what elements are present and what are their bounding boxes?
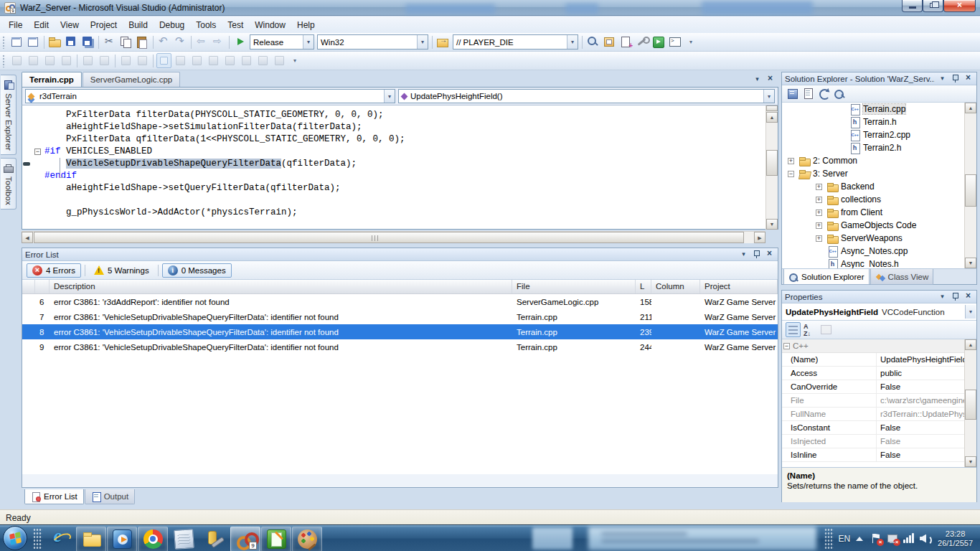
- property-row-isinline[interactable]: IsInlineFalse: [782, 448, 976, 462]
- tree-item-collections[interactable]: +collections: [782, 193, 976, 206]
- menu-help[interactable]: Help: [291, 18, 321, 32]
- pin-icon[interactable]: [950, 291, 961, 302]
- tree-item-terrain-cpp[interactable]: Terrain.cpp: [782, 103, 976, 116]
- highlight-box-icon[interactable]: [156, 53, 171, 68]
- command-window-icon[interactable]: [668, 34, 683, 50]
- tree-vertical-scrollbar[interactable]: ▲ ▼: [964, 103, 976, 268]
- tree-item-3-server[interactable]: −3: Server: [782, 167, 976, 180]
- expander-collapsed-icon[interactable]: +: [816, 197, 822, 203]
- types-combo[interactable]: r3dTerrain ▾: [25, 89, 395, 103]
- find-in-files-icon[interactable]: [435, 34, 451, 50]
- tab-solution-explorer[interactable]: Solution Explorer: [783, 269, 870, 285]
- navigate-backward-icon[interactable]: [194, 34, 209, 50]
- find-symbol-icon[interactable]: [585, 34, 600, 50]
- property-row-isinjected[interactable]: IsInjectedFalse: [782, 435, 976, 448]
- editor-vertical-scrollbar[interactable]: ▲ ▼: [765, 105, 778, 230]
- close-icon[interactable]: ×: [764, 249, 775, 260]
- expander-collapsed-icon[interactable]: +: [816, 209, 822, 216]
- column-header-project[interactable]: Project: [700, 280, 778, 293]
- new-project-icon[interactable]: [9, 34, 24, 50]
- expander-collapsed-icon[interactable]: +: [816, 222, 822, 229]
- navigate-forward-icon[interactable]: [211, 34, 226, 50]
- clock[interactable]: 23:28 26/1/2557: [938, 529, 973, 548]
- property-row-fullname[interactable]: FullNamer3dTerrain::UpdatePhysHeightFiel…: [782, 408, 976, 421]
- properties-object-combo[interactable]: UpdatePhysHeightField VCCodeFunction ▾: [782, 303, 976, 321]
- chevron-down-icon[interactable]: ▾: [303, 35, 314, 49]
- properties-vertical-scrollbar[interactable]: ▲ ▼: [964, 339, 976, 467]
- open-file-icon[interactable]: [47, 34, 62, 50]
- notepad-taskbar-button[interactable]: [169, 527, 199, 551]
- error-list-titlebar[interactable]: Error List ▾ ×: [22, 248, 778, 261]
- property-pages-icon[interactable]: [819, 322, 834, 337]
- pin-icon[interactable]: [950, 73, 961, 84]
- prev-bookmark-doc-icon[interactable]: [239, 53, 254, 68]
- error-row[interactable]: 6error C3861: 'r3dAddReport': identifier…: [22, 294, 778, 309]
- configuration-combo[interactable]: Release ▾: [250, 34, 314, 50]
- error-row[interactable]: 7error C3861: 'VehicleSetupDrivableShape…: [22, 309, 778, 324]
- categorized-icon[interactable]: [786, 322, 801, 337]
- increase-indent-icon[interactable]: [97, 53, 112, 68]
- view-class-diagram-icon[interactable]: [833, 87, 847, 101]
- chevron-down-icon[interactable]: ▾: [384, 90, 395, 103]
- tree-item-terrain2-h[interactable]: Terrain2.h: [782, 141, 976, 154]
- properties-window-icon[interactable]: [786, 87, 800, 101]
- dev-tool-taskbar-button[interactable]: [199, 527, 230, 551]
- internet-explorer-taskbar-button[interactable]: [45, 527, 75, 551]
- error-row[interactable]: 8error C3861: 'VehicleSetupDrivableShape…: [22, 324, 778, 339]
- menu-build[interactable]: Build: [123, 18, 154, 32]
- chevron-down-icon[interactable]: ▾: [965, 305, 976, 319]
- show-all-files-icon[interactable]: [801, 87, 816, 101]
- column-header-file[interactable]: File: [512, 280, 636, 293]
- menu-project[interactable]: Project: [85, 18, 123, 32]
- platform-combo[interactable]: Win32 ▾: [317, 34, 428, 50]
- pin-icon[interactable]: [751, 249, 762, 260]
- property-row-canoverride[interactable]: CanOverrideFalse: [782, 380, 976, 394]
- toolbar-grip[interactable]: [2, 55, 6, 67]
- close-button[interactable]: ×: [943, 0, 976, 12]
- chevron-down-icon[interactable]: ▾: [567, 35, 578, 49]
- close-icon[interactable]: ×: [963, 291, 974, 302]
- error-row[interactable]: 9error C3861: 'VehicleSetupDrivableShape…: [22, 339, 778, 354]
- splitter-handle[interactable]: [766, 105, 778, 111]
- scroll-down-arrow[interactable]: ▼: [766, 219, 778, 230]
- error-grid-header[interactable]: DescriptionFileLColumnProject: [22, 280, 778, 294]
- restore-button[interactable]: [923, 0, 943, 12]
- build-options-icon[interactable]: [635, 34, 650, 50]
- new-item-icon[interactable]: [618, 34, 633, 50]
- scroll-up-arrow[interactable]: ▲: [965, 103, 976, 113]
- format-document-icon[interactable]: [9, 53, 24, 68]
- column-header-column[interactable]: Column: [651, 280, 700, 293]
- expander-expanded-icon[interactable]: −: [788, 171, 794, 177]
- windows-explorer-taskbar-button[interactable]: [76, 527, 106, 551]
- code-editor[interactable]: PxFilterData filterData(PHYSCOLL_STATIC_…: [22, 105, 778, 230]
- window-titlebar[interactable]: 9 WarZ_Server - Microsoft Visual Studio …: [0, 0, 980, 16]
- refresh-icon[interactable]: [817, 87, 831, 101]
- toolbar-overflow-button[interactable]: ▾: [291, 57, 299, 64]
- tab-output[interactable]: Output: [85, 489, 136, 504]
- filter-info-button[interactable]: 0 Messages: [162, 263, 232, 278]
- members-combo[interactable]: UpdatePhysHeightField() ▾: [398, 89, 775, 103]
- category-collapse-icon[interactable]: −: [783, 343, 790, 349]
- column-header-l[interactable]: L: [636, 280, 651, 293]
- vertical-scroll-thumb[interactable]: [965, 174, 976, 207]
- expander-collapsed-icon[interactable]: +: [788, 158, 794, 164]
- comment-lines-icon[interactable]: [118, 53, 133, 68]
- paste-icon[interactable]: [135, 34, 150, 50]
- property-row-access[interactable]: Accesspublic: [782, 367, 976, 380]
- chevron-down-icon[interactable]: ▾: [763, 90, 774, 103]
- window-position-chevron-icon[interactable]: ▾: [937, 73, 948, 84]
- media-player-taskbar-button[interactable]: [107, 527, 137, 551]
- vertical-scroll-thumb[interactable]: [965, 390, 976, 420]
- volume-icon[interactable]: [920, 533, 931, 545]
- chevron-down-icon[interactable]: ▾: [417, 35, 428, 49]
- clear-bookmarks-icon[interactable]: [272, 53, 287, 68]
- menu-edit[interactable]: Edit: [28, 18, 55, 32]
- undo-icon[interactable]: [156, 34, 171, 50]
- menu-view[interactable]: View: [55, 18, 85, 32]
- copy-icon[interactable]: [118, 34, 133, 50]
- menu-file[interactable]: File: [3, 18, 28, 32]
- uncomment-lines-icon[interactable]: [135, 53, 150, 68]
- text-case-icon[interactable]: [59, 53, 74, 68]
- start-button[interactable]: [3, 526, 27, 550]
- tab-error-list[interactable]: Error List: [24, 489, 84, 504]
